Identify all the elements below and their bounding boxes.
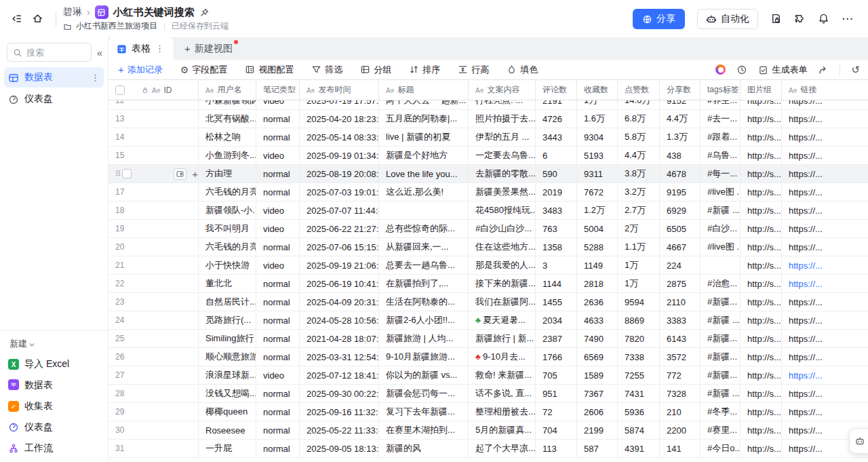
cell-comments-count[interactable]: 1144 bbox=[536, 275, 577, 292]
collapse-sidebar-icon[interactable]: « bbox=[97, 47, 102, 58]
cell-publish-time[interactable]: 2025-04-09 20:31:31 bbox=[300, 293, 379, 311]
cell-publish-time[interactable]: 2025-08-19 20:08:22 bbox=[300, 165, 379, 182]
cell-title[interactable]: 9-10月新疆旅游... bbox=[379, 348, 469, 366]
cell-collects-count[interactable]: 587 bbox=[577, 440, 618, 457]
row-number-cell[interactable]: 22 bbox=[108, 275, 199, 292]
toolbar-row-height-button[interactable]: 行高 bbox=[458, 64, 489, 76]
column-header-id[interactable]: A≡ID bbox=[108, 80, 199, 100]
cell-username[interactable]: 顺心顺意旅游 bbox=[199, 348, 256, 366]
breadcrumb-parent[interactable]: 碧琳 bbox=[63, 6, 82, 18]
cell-note-type[interactable]: video bbox=[256, 201, 300, 219]
cell-title[interactable] bbox=[379, 201, 469, 219]
cell-tags[interactable]: #白沙... bbox=[701, 220, 741, 237]
cell-likes-count[interactable]: 1万 bbox=[618, 256, 660, 274]
cell-likes-count[interactable]: 1.1万 bbox=[618, 238, 660, 256]
row-number-cell[interactable]: 29 bbox=[108, 403, 199, 421]
page-title[interactable]: 小红书关键词搜索 bbox=[113, 6, 195, 19]
cell-shares-count[interactable]: 210 bbox=[660, 403, 701, 421]
cell-content[interactable]: ♣夏天避暑... bbox=[469, 311, 536, 329]
cell-link[interactable]: https://... bbox=[782, 256, 867, 274]
new-item[interactable]: ✓收集表 bbox=[4, 396, 104, 416]
cell-comments-count[interactable]: 951 bbox=[536, 385, 577, 402]
permission-file-lock-icon[interactable] bbox=[770, 13, 782, 24]
cell-comments-count[interactable]: 3483 bbox=[536, 201, 577, 219]
cell-comments-count[interactable]: 1455 bbox=[536, 293, 577, 311]
cell-collects-count[interactable]: 6569 bbox=[577, 348, 618, 366]
cell-image-group[interactable]: http://s... bbox=[741, 256, 782, 274]
cell-username[interactable]: 椰椰queen bbox=[199, 403, 256, 421]
cell-shares-count[interactable]: 2200 bbox=[660, 421, 701, 439]
cell-publish-time[interactable]: 2025-09-30 00:22:48 bbox=[300, 385, 379, 402]
cell-content[interactable]: #白沙山白沙... bbox=[469, 220, 536, 237]
cell-note-type[interactable]: normal bbox=[256, 348, 300, 366]
cell-link[interactable]: https://... bbox=[782, 147, 867, 164]
cell-publish-time[interactable]: 2025-04-20 18:23:39 bbox=[300, 110, 379, 128]
cell-title[interactable]: 新疆是个好地方 bbox=[379, 147, 469, 164]
cell-content[interactable]: 一定要去乌鲁... bbox=[469, 147, 536, 164]
cell-link[interactable]: https://... bbox=[782, 366, 867, 384]
cell-comments-count[interactable]: 2191 bbox=[536, 100, 577, 109]
cell-username[interactable]: 小森新疆领队 bbox=[199, 100, 256, 109]
new-item[interactable]: 工作流 bbox=[4, 438, 104, 458]
cell-link[interactable]: https://... bbox=[782, 385, 867, 402]
cell-image-group[interactable]: http://s... bbox=[741, 275, 782, 292]
tab-grid-view[interactable]: 表格 ⋮ bbox=[108, 37, 174, 60]
cell-note-type[interactable]: normal bbox=[256, 293, 300, 311]
cell-image-group[interactable]: http://s... bbox=[741, 366, 782, 384]
cell-shares-count[interactable]: 438 bbox=[660, 147, 701, 164]
cell-comments-count[interactable]: 705 bbox=[536, 366, 577, 384]
pin-icon[interactable] bbox=[199, 7, 210, 18]
new-item[interactable]: 数据表 bbox=[4, 375, 104, 395]
row-checkbox[interactable] bbox=[122, 169, 132, 178]
cell-username[interactable]: 自然居民计... bbox=[199, 293, 256, 311]
insert-record-button[interactable]: + bbox=[192, 169, 198, 179]
cell-publish-time[interactable]: 2025-03-31 12:54:00 bbox=[300, 348, 379, 366]
cell-publish-time[interactable]: 2025-07-07 11:44:41 bbox=[300, 201, 379, 219]
row-number-cell[interactable]: ⠿+ bbox=[108, 165, 199, 182]
cell-comments-count[interactable]: 2387 bbox=[536, 330, 577, 347]
cell-likes-count[interactable]: 5936 bbox=[618, 403, 660, 421]
cell-image-group[interactable]: http://s... bbox=[741, 348, 782, 366]
floating-assistant-button[interactable] bbox=[849, 428, 868, 454]
row-number-cell[interactable]: 17 bbox=[108, 183, 199, 201]
cell-content[interactable]: 伊犁的五月 ... bbox=[469, 128, 536, 146]
cell-username[interactable]: 北冥有锅酸... bbox=[199, 110, 256, 128]
cell-title[interactable]: 生活在阿勒泰的... bbox=[379, 293, 469, 311]
expand-record-button[interactable] bbox=[174, 168, 186, 180]
cell-note-type[interactable]: normal bbox=[256, 385, 300, 402]
toolbar-fill-color-button[interactable]: 填色 bbox=[507, 64, 538, 76]
cell-content[interactable]: 起了个大早凉... bbox=[469, 440, 536, 457]
cell-username[interactable]: Roseesee bbox=[199, 421, 256, 439]
cell-comments-count[interactable]: 6 bbox=[536, 147, 577, 164]
cell-note-type[interactable]: normal bbox=[256, 183, 300, 201]
cell-title[interactable]: 新疆的风 bbox=[379, 440, 469, 457]
cell-image-group[interactable]: http://s... bbox=[741, 330, 782, 347]
column-header-link[interactable]: A≡链接 bbox=[782, 80, 867, 100]
row-number-cell[interactable]: 18 bbox=[108, 201, 199, 219]
cell-title[interactable]: live | 新疆的初夏 bbox=[379, 128, 469, 146]
cell-content[interactable]: 我们在新疆阿... bbox=[469, 293, 536, 311]
cell-title[interactable]: 两个大人去 一趟新... bbox=[379, 100, 469, 109]
cell-content[interactable]: 接下来的新疆... bbox=[469, 275, 536, 292]
cell-likes-count[interactable]: 7338 bbox=[618, 348, 660, 366]
row-number-cell[interactable]: 28 bbox=[108, 385, 199, 402]
cell-tags[interactable]: #今日o... bbox=[701, 440, 741, 457]
cell-comments-count[interactable]: 763 bbox=[536, 220, 577, 237]
cell-shares-count[interactable]: 224 bbox=[660, 256, 701, 274]
cell-tags[interactable]: #新疆 ... bbox=[701, 311, 741, 329]
cell-username[interactable]: 浪浪星球新... bbox=[199, 366, 256, 384]
cell-image-group[interactable]: http://s... bbox=[741, 128, 782, 146]
cell-content[interactable]: 救命! 来新疆... bbox=[469, 366, 536, 384]
row-number-cell[interactable]: 12 bbox=[108, 100, 199, 109]
cell-image-group[interactable]: http://s... bbox=[741, 403, 782, 421]
cell-link[interactable]: https://... bbox=[782, 110, 867, 128]
cell-content[interactable]: 去新疆的零散... bbox=[469, 165, 536, 182]
cell-title[interactable]: 新疆旅游 | 人均... bbox=[379, 330, 469, 347]
cell-image-group[interactable]: http://s... bbox=[741, 421, 782, 439]
column-header-collects-count[interactable]: 收藏数 bbox=[577, 80, 618, 100]
cell-shares-count[interactable]: 772 bbox=[660, 366, 701, 384]
cell-likes-count[interactable]: 5.8万 bbox=[618, 128, 660, 146]
cell-collects-count[interactable]: 4633 bbox=[577, 311, 618, 329]
cell-tags[interactable]: #新疆... bbox=[701, 348, 741, 366]
cell-publish-time[interactable]: 2025-09-16 11:32:51 bbox=[300, 403, 379, 421]
